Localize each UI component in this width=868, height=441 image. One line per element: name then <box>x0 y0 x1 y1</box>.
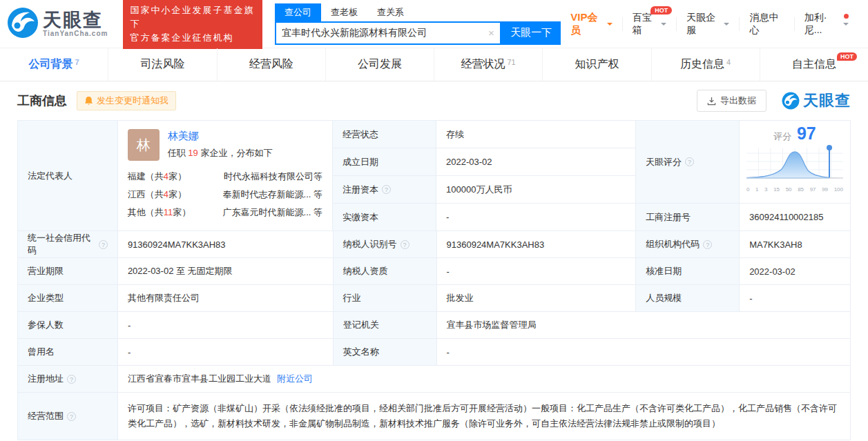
tab-label: 自主信息 <box>792 57 836 72</box>
distribution-region: 福建（共4家） <box>128 168 186 186</box>
menu-enterprise-label: 天眼企服 <box>686 12 720 37</box>
help-icon[interactable] <box>67 412 76 421</box>
list-item: 福建（共4家） 时代永福科技有限公司等 <box>128 168 322 186</box>
search-tab-company[interactable]: 查公司 <box>275 3 321 21</box>
nearby-companies-link[interactable]: 附近公司 <box>277 373 313 385</box>
table-row: 注册地址 江西省宜春市宜丰县工业园工业大道 附近公司 <box>18 366 851 393</box>
company-type-value: 其他有限责任公司 <box>118 285 334 312</box>
reg-number-label: 工商注册号 <box>636 204 740 231</box>
tenure-prefix: 任职 <box>168 148 189 158</box>
tab-count: 7 <box>75 58 79 66</box>
logo-subtitle: TianYanCha.com <box>43 30 108 37</box>
menu-message-center[interactable]: 消息中心 <box>739 17 793 31</box>
search-input-wrap <box>275 21 501 45</box>
credit-code-value: 91360924MA7KK3AH83 <box>118 231 334 258</box>
taxpayer-quality-value: - <box>437 258 637 285</box>
score-label: 天眼评分 <box>636 121 740 204</box>
paid-capital-label: 实缴资本 <box>333 204 436 231</box>
distribution-companies[interactable]: 奉新时代志存新能源... 等 <box>223 186 322 204</box>
distribution-companies[interactable]: 广东嘉元时代新能源... 等 <box>223 204 322 222</box>
menu-toolbox-label: 百宝箱 <box>633 12 658 37</box>
table-row: 统一社会信用代码 91360924MA7KK3AH83 纳税人识别号 91360… <box>18 231 851 258</box>
tianyancha-logo-icon <box>782 92 800 110</box>
address-text: 江西省宜春市宜丰县工业园工业大道 <box>128 373 271 385</box>
company-type-label: 企业类型 <box>18 285 118 312</box>
tenure-count: 19 <box>188 148 197 158</box>
table-row: 参保人数 - 登记机关 宜丰县市场监督管理局 <box>18 312 851 339</box>
menu-toolbox[interactable]: HOT 百宝箱 <box>622 17 677 31</box>
address-value: 江西省宜春市宜丰县工业园工业大道 附近公司 <box>118 366 851 393</box>
approval-date-value: 2022-03-02 <box>740 258 851 285</box>
tab-self-published-info[interactable]: 自主信息 HOT <box>760 48 868 81</box>
tab-company-development[interactable]: 公司发展 <box>326 48 434 81</box>
search-tabs: 查公司 查老板 查关系 <box>275 3 561 21</box>
top-header: 天眼查 TianYanCha.com 国家中小企业发展子基金旗下 官方备案企业征… <box>0 0 868 48</box>
score-chart-cell[interactable]: 评分 97 <box>740 121 851 204</box>
help-icon[interactable] <box>382 185 391 194</box>
business-info-table: 法定代表人 林 林美娜 任职 19 家企业，分布如下 福建（共4家） 时代永福科… <box>17 120 851 440</box>
notify-label: 发生变更时通知我 <box>97 95 168 107</box>
insured-count-label: 参保人数 <box>18 312 118 339</box>
tab-count: 4 <box>726 58 731 66</box>
section-header: 工商信息 发生变更时通知我 导出数据 天眼查 <box>0 81 868 120</box>
help-icon[interactable] <box>401 240 409 249</box>
tab-judicial-risk[interactable]: 司法风险 <box>108 48 217 81</box>
search-tab-boss[interactable]: 查老板 <box>321 3 367 21</box>
search-area: 查公司 查老板 查关系 天眼一下 <box>275 3 561 45</box>
export-data-button[interactable]: 导出数据 <box>697 90 766 112</box>
menu-user-account[interactable]: 加利·尼... <box>794 17 858 31</box>
former-name-label: 曾用名 <box>18 339 118 366</box>
business-scope-label: 经营范围 <box>18 393 118 440</box>
clear-search-icon[interactable] <box>482 27 500 39</box>
address-label: 注册地址 <box>18 366 118 393</box>
hot-badge: HOT <box>650 6 672 14</box>
tianyancha-logo[interactable]: 天眼查 TianYanCha.com <box>7 7 108 41</box>
business-term-value: 2022-03-02 至 无固定期限 <box>118 258 334 285</box>
english-name-label: 英文名称 <box>334 339 437 366</box>
tab-intellectual-property[interactable]: 知识产权 <box>543 48 651 81</box>
hot-badge: HOT <box>837 52 857 61</box>
tab-label: 经营风险 <box>249 57 293 72</box>
score-distribution-chart <box>746 144 843 184</box>
help-icon[interactable] <box>99 240 108 249</box>
score-caption: 评分 <box>773 131 791 141</box>
logo-title: 天眼查 <box>43 10 108 30</box>
tab-history-info[interactable]: 历史信息 4 <box>652 48 760 81</box>
chevron-down-icon <box>661 23 666 28</box>
help-icon[interactable] <box>685 157 694 166</box>
distribution-region: 江西（共4家） <box>128 186 186 204</box>
menu-enterprise-service[interactable]: 天眼企服 <box>676 17 739 31</box>
bell-icon <box>84 96 93 106</box>
help-icon[interactable] <box>67 375 76 384</box>
search-tab-relation[interactable]: 查关系 <box>367 3 414 21</box>
menu-message-label: 消息中心 <box>749 12 784 37</box>
tab-label: 公司背景 <box>29 57 73 72</box>
status-label: 经营状态 <box>333 121 436 148</box>
credit-code-label: 统一社会信用代码 <box>18 231 118 258</box>
distribution-companies[interactable]: 时代永福科技有限公司等 <box>224 168 322 186</box>
registry-label: 登记机关 <box>334 312 437 339</box>
right-column: 天眼评分 评分 97 <box>636 121 851 231</box>
legal-rep-label: 法定代表人 <box>18 121 118 231</box>
middle-column: 经营状态 存续 成立日期 2022-03-02 注册资本 100000万人民币 … <box>333 121 636 231</box>
score-marker-pin <box>827 145 832 150</box>
tab-operating-risk[interactable]: 经营风险 <box>218 48 326 81</box>
registry-value: 宜丰县市场监督管理局 <box>437 312 851 339</box>
org-code-value: MA7KK3AH8 <box>740 231 851 258</box>
business-scope-value: 许可项目：矿产资源（非煤矿山）开采（依法须经批准的项目，经相关部门批准后方可开展… <box>118 393 851 440</box>
notify-on-change-button[interactable]: 发生变更时通知我 <box>77 91 176 110</box>
tab-company-background[interactable]: 公司背景 7 <box>0 48 108 81</box>
established-value: 2022-03-02 <box>436 148 636 176</box>
tab-label: 历史信息 <box>680 57 724 72</box>
menu-vip[interactable]: VIP会员 <box>561 17 621 31</box>
legal-rep-tenure: 任职 19 家企业，分布如下 <box>168 147 273 159</box>
tab-operating-status[interactable]: 经营状况 71 <box>434 48 543 81</box>
avatar[interactable]: 林 <box>128 129 160 161</box>
search-input[interactable] <box>276 28 482 39</box>
status-value: 存续 <box>436 121 636 148</box>
established-label: 成立日期 <box>333 148 436 176</box>
help-icon[interactable] <box>703 240 712 249</box>
legal-rep-name-link[interactable]: 林美娜 <box>168 130 199 141</box>
search-button[interactable]: 天眼一下 <box>501 21 561 45</box>
watermark-title: 天眼查 <box>803 90 851 111</box>
